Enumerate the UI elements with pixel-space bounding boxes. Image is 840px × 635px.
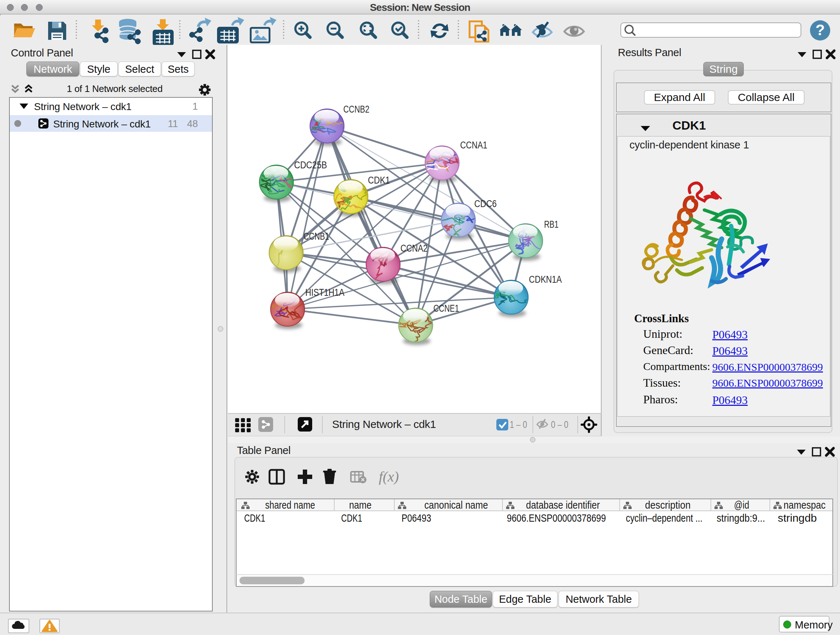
svg-text:P06493: P06493 (401, 512, 431, 524)
svg-text:CCNB2: CCNB2 (343, 104, 369, 115)
svg-text:9606.ENSP00000378699: 9606.ENSP00000378699 (507, 512, 606, 524)
svg-text:CDC6: CDC6 (474, 198, 497, 209)
svg-text:CDK1: CDK1 (341, 512, 362, 524)
svg-text:shared name: shared name (265, 499, 315, 511)
svg-text:1 – 0: 1 – 0 (510, 419, 527, 430)
svg-text:f(x): f(x) (379, 469, 399, 485)
svg-text:CCNA1: CCNA1 (460, 140, 487, 150)
svg-text:CCNA2: CCNA2 (401, 243, 428, 254)
svg-text:cyclin–dependent ...: cyclin–dependent ... (626, 512, 703, 524)
svg-text:namespac: namespac (783, 499, 826, 511)
svg-text:CCNE1: CCNE1 (433, 303, 459, 314)
svg-text:0 – 0: 0 – 0 (551, 419, 568, 430)
svg-text:CDK1: CDK1 (244, 512, 265, 524)
svg-text:CCNB1: CCNB1 (303, 231, 329, 242)
svg-text:stringdb: stringdb (778, 512, 817, 524)
svg-text:?: ? (815, 21, 825, 38)
svg-text:database identifier: database identifier (526, 499, 600, 511)
svg-text:CDKN1A: CDKN1A (529, 274, 562, 285)
svg-text:HIST1H1A: HIST1H1A (305, 287, 344, 298)
svg-text:@id: @id (734, 499, 749, 511)
svg-text:name: name (349, 499, 371, 511)
svg-text:CDC25B: CDC25B (294, 160, 327, 171)
svg-text:description: description (645, 499, 691, 511)
svg-text:CDK1: CDK1 (368, 175, 390, 186)
svg-text:String Network – cdk1: String Network – cdk1 (332, 418, 436, 430)
svg-text:RB1: RB1 (544, 219, 559, 230)
svg-text:canonical name: canonical name (424, 499, 488, 511)
svg-text:stringdb:9...: stringdb:9... (717, 512, 765, 524)
